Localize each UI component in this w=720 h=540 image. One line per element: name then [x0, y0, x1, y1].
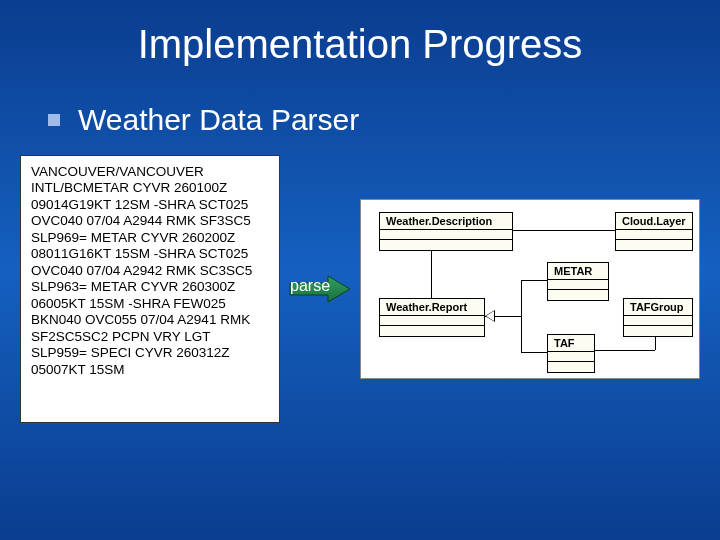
subtitle-row: Weather Data Parser	[48, 103, 720, 137]
uml-label: Weather.Description	[380, 213, 512, 230]
triangle-fill	[486, 311, 494, 321]
parse-arrow: parse	[288, 273, 352, 305]
uml-label: METAR	[548, 263, 608, 280]
uml-line	[521, 280, 522, 352]
uml-taf: TAF	[547, 334, 595, 373]
content-row: VANCOUVER/VANCOUVER INTL/BCMETAR CYVR 26…	[20, 155, 720, 423]
subtitle: Weather Data Parser	[78, 103, 359, 137]
uml-line	[431, 250, 432, 298]
uml-cloud-layer: Cloud.Layer	[615, 212, 693, 251]
uml-line	[513, 230, 615, 231]
slide-title: Implementation Progress	[0, 0, 720, 67]
uml-tafgroup: TAFGroup	[623, 298, 693, 337]
uml-label: TAFGroup	[624, 299, 692, 316]
arrow-label: parse	[290, 277, 330, 295]
uml-label: Cloud.Layer	[616, 213, 692, 230]
uml-line	[655, 336, 656, 350]
uml-weather-description: Weather.Description	[379, 212, 513, 251]
raw-metar-text: VANCOUVER/VANCOUVER INTL/BCMETAR CYVR 26…	[20, 155, 280, 423]
bullet-icon	[48, 114, 60, 126]
uml-label: Weather.Report	[380, 299, 484, 316]
uml-metar: METAR	[547, 262, 609, 301]
uml-weather-report: Weather.Report	[379, 298, 485, 337]
uml-line	[521, 352, 547, 353]
uml-label: TAF	[548, 335, 594, 352]
uml-line	[521, 280, 547, 281]
uml-diagram: Weather.Description Cloud.Layer Weather.…	[360, 199, 700, 379]
uml-line	[595, 350, 655, 351]
